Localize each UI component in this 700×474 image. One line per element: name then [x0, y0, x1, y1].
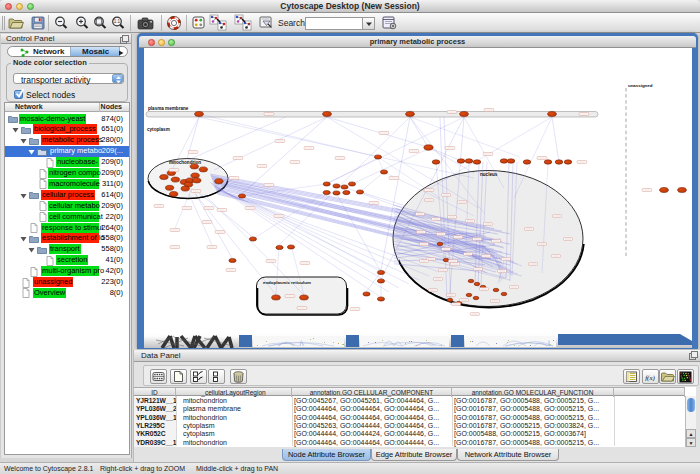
svg-text:endoplasmic reticulum: endoplasmic reticulum	[263, 280, 311, 285]
svg-text:1:1: 1:1	[114, 19, 121, 24]
svg-text:plasma membrane: plasma membrane	[148, 106, 189, 111]
svg-text:nucleus: nucleus	[480, 172, 498, 177]
svg-text:unassigned: unassigned	[628, 83, 653, 88]
svg-text:f(x): f(x)	[645, 374, 655, 382]
svg-text:cytoplasm: cytoplasm	[147, 127, 170, 132]
